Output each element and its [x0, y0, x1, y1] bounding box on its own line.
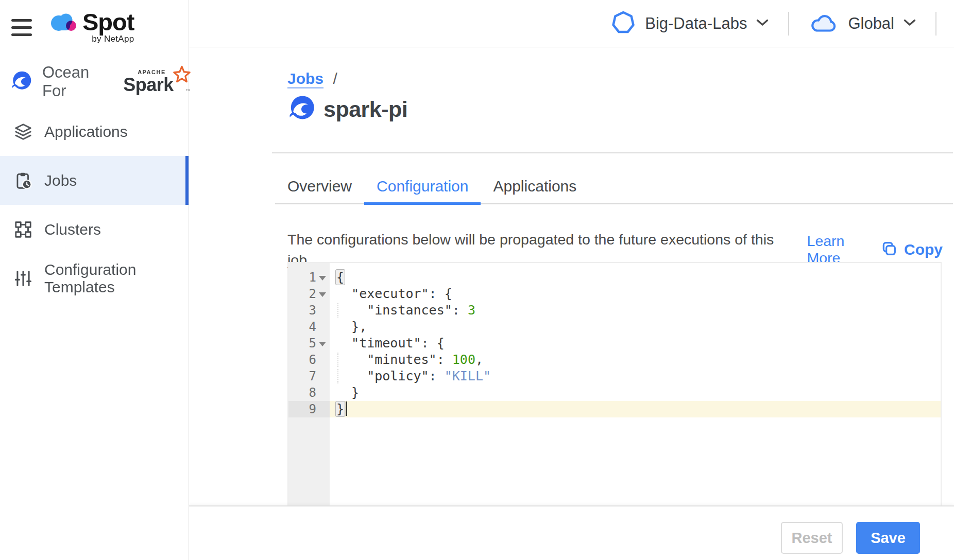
- gutter-line-number: 7: [288, 368, 330, 384]
- gutter-line-number: 5: [288, 335, 330, 352]
- code-line: "policy": "KILL": [330, 368, 941, 384]
- fold-arrow-icon[interactable]: [316, 269, 329, 286]
- save-button[interactable]: Save: [856, 522, 920, 554]
- copy-button[interactable]: Copy: [881, 240, 943, 259]
- scope-label: Global: [848, 14, 894, 33]
- code-editor[interactable]: { "executor": { "instances": 3 }, "timeo…: [330, 263, 941, 505]
- breadcrumb: Jobs /: [287, 70, 337, 87]
- copy-icon: [881, 240, 897, 259]
- tab-bar: Overview Configuration Applications: [275, 178, 953, 204]
- reset-button[interactable]: Reset: [781, 522, 843, 554]
- code-line: {: [330, 269, 941, 286]
- title-row: spark-pi: [287, 94, 407, 124]
- trademark: ™: [185, 88, 191, 94]
- apache-spark-logo: APACHE Spark ™: [123, 69, 189, 95]
- json-editor: 1 2 3 4 5 6: [287, 262, 942, 505]
- text-cursor: [346, 401, 347, 416]
- sliders-icon: [13, 269, 33, 288]
- spot-logo[interactable]: Spot by NetApp: [48, 9, 134, 44]
- breadcrumb-jobs-link[interactable]: Jobs: [287, 70, 323, 87]
- scope-selector[interactable]: Global: [809, 11, 916, 36]
- org-label: Big-Data-Labs: [645, 14, 747, 33]
- code-line: "timeout": {: [330, 335, 941, 352]
- topbar: Big-Data-Labs Global: [189, 0, 954, 47]
- gutter-line-number: 1: [288, 269, 330, 286]
- tab-configuration[interactable]: Configuration: [364, 178, 481, 205]
- gutter-line-number: 3: [288, 302, 330, 319]
- tab-applications[interactable]: Applications: [481, 178, 589, 205]
- sidebar-item-label: Configuration Templates: [44, 261, 189, 296]
- code-line-active: }: [330, 401, 941, 417]
- gutter-line-number-active: 9: [288, 401, 330, 417]
- heptagon-icon: [611, 10, 636, 37]
- ocean-wave-icon: [287, 94, 315, 124]
- gutter-line-number: 2: [288, 286, 330, 302]
- gutter-line-number: 4: [288, 319, 330, 335]
- cloud-icon: [809, 11, 839, 36]
- fold-arrow-icon[interactable]: [316, 286, 329, 302]
- sidebar-item-label: Clusters: [44, 221, 101, 238]
- chevron-down-icon: [756, 19, 769, 28]
- divider: [788, 12, 789, 36]
- footer-bar: Reset Save: [189, 505, 954, 560]
- chevron-down-icon: [904, 19, 916, 28]
- page-title: spark-pi: [323, 97, 407, 122]
- sidebar-item-clusters[interactable]: Clusters: [0, 205, 189, 254]
- clusters-icon: [13, 220, 33, 239]
- sidebar-item-jobs[interactable]: Jobs: [0, 156, 189, 205]
- copy-label: Copy: [904, 241, 943, 258]
- sidebar-item-applications[interactable]: Applications: [0, 107, 189, 156]
- code-line: "minutes": 100,: [330, 352, 941, 368]
- divider: [935, 12, 936, 36]
- code-line: "executor": {: [330, 286, 941, 302]
- sidebar-menu: Applications Jobs: [0, 107, 189, 303]
- spark-star-icon: [172, 65, 192, 86]
- main-content: Jobs / spark-pi Overview Configuration A…: [189, 48, 954, 560]
- org-selector[interactable]: Big-Data-Labs: [611, 10, 769, 37]
- gutter-line-number: 6: [288, 352, 330, 368]
- gutter-line-number: 8: [288, 384, 330, 401]
- clipboard-clock-icon: [13, 171, 33, 190]
- ocean-for-spark-logo[interactable]: Ocean For APACHE Spark ™: [10, 69, 189, 95]
- tab-overview[interactable]: Overview: [275, 178, 364, 205]
- divider: [272, 152, 953, 153]
- spot-cloud-icon: [48, 9, 79, 37]
- code-line: },: [330, 319, 941, 335]
- layers-icon: [13, 122, 33, 142]
- sidebar-item-label: Applications: [44, 123, 128, 141]
- code-line: }: [330, 384, 941, 401]
- sidebar-item-label: Jobs: [44, 172, 77, 189]
- spark-wordmark: Spark: [123, 74, 174, 96]
- product-prefix: Ocean For: [42, 63, 117, 100]
- ocean-wave-icon: [10, 70, 32, 94]
- brand-byline: by NetApp: [92, 34, 134, 44]
- editor-gutter: 1 2 3 4 5 6: [288, 263, 330, 505]
- fold-arrow-icon[interactable]: [316, 335, 329, 352]
- code-line: "instances": 3: [330, 302, 941, 319]
- sidebar: Spot by NetApp Ocean For APACHE Spark ™: [0, 0, 189, 560]
- sidebar-item-configuration-templates[interactable]: Configuration Templates: [0, 254, 189, 303]
- brand-name: Spot: [82, 9, 134, 35]
- breadcrumb-separator: /: [333, 70, 337, 87]
- hamburger-menu-button[interactable]: [11, 19, 32, 36]
